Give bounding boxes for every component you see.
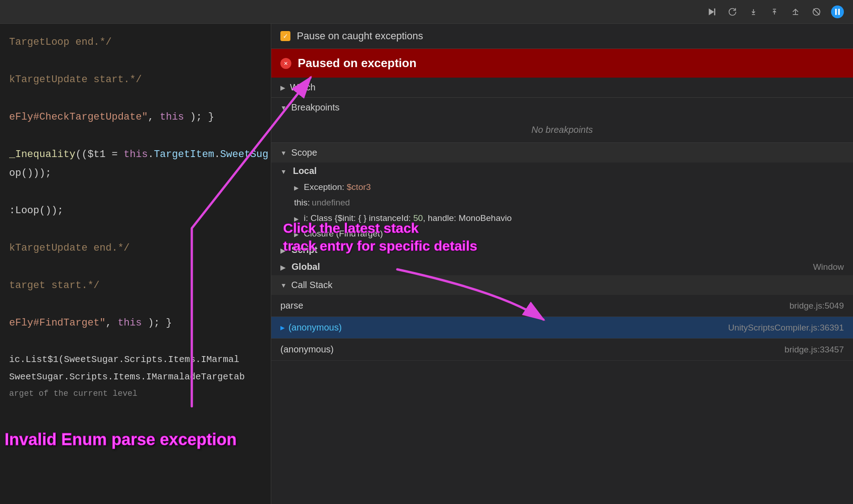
- global-group-header[interactable]: ▶ Global Window: [271, 258, 853, 275]
- anon2-loc: bridge.js:33457: [785, 345, 844, 355]
- watch-section: ▶ Watch: [271, 78, 853, 98]
- code-line-14: target start.*/: [0, 276, 271, 295]
- breakpoints-header[interactable]: ▼ Breakpoints: [271, 98, 853, 117]
- global-arrow: ▶: [280, 264, 285, 271]
- watch-header[interactable]: ▶ Watch: [271, 78, 853, 97]
- code-line-18: ic.List$1(SweetSugar.Scripts.Items.IMarm…: [0, 351, 271, 368]
- pause-checkbox[interactable]: [280, 31, 290, 41]
- scope-label: Scope: [291, 147, 317, 158]
- code-line-1: TargetLoop end.*/: [0, 33, 271, 52]
- parse-func: parse: [280, 300, 303, 311]
- code-line-7: _Inequality(($t1 = this.TargetItem.Sweet…: [0, 145, 271, 164]
- watch-arrow: ▶: [280, 84, 285, 91]
- code-line-4: [0, 89, 271, 108]
- invalid-enum-annotation: Invalid Enum parse exception: [5, 430, 237, 449]
- callstack-label: Call Stack: [291, 280, 332, 290]
- active-arrow-icon: ▶: [280, 323, 285, 332]
- local-group-header[interactable]: ▼ Local: [271, 163, 853, 179]
- global-label: Global: [292, 262, 320, 272]
- breakpoints-label: Breakpoints: [291, 102, 340, 113]
- parse-loc: bridge.js:5049: [790, 301, 844, 311]
- code-line-8: op()));: [0, 164, 271, 183]
- code-line-3: kTargetUpdate start.*/: [0, 70, 271, 89]
- global-right: Window: [813, 262, 844, 272]
- callstack-item-anon1[interactable]: ▶ (anonymous) UnityScriptsCompiler.js:36…: [271, 317, 853, 339]
- play-step-icon[interactable]: [705, 5, 718, 18]
- local-label: Local: [293, 166, 316, 176]
- reload-icon[interactable]: [726, 5, 739, 18]
- callstack-header[interactable]: ▼ Call Stack: [271, 275, 853, 295]
- class-item[interactable]: ▶ i: Class {$init: { } instanceId: 50, h…: [271, 210, 853, 226]
- local-arrow: ▼: [280, 168, 287, 175]
- callstack-item-parse[interactable]: parse bridge.js:5049: [271, 295, 853, 317]
- deactivate-breakpoints-icon[interactable]: [810, 5, 823, 18]
- breakpoints-section: ▼ Breakpoints No breakpoints: [271, 98, 853, 143]
- code-line-20: arget of the current level: [0, 386, 271, 402]
- code-line-10: :Loop());: [0, 201, 271, 220]
- code-panel: TargetLoop end.*/ kTargetUpdate start.*/…: [0, 24, 271, 504]
- code-line-16: eFly#FindTarget", this ); }: [0, 314, 271, 332]
- pause-icon[interactable]: [831, 5, 844, 18]
- pause-label: Pause on caught exceptions: [297, 30, 423, 42]
- paused-banner: ✕ Paused on exception: [271, 49, 853, 78]
- code-line-13: [0, 257, 271, 276]
- svg-line-8: [813, 9, 819, 15]
- scope-header[interactable]: ▼ Scope: [271, 143, 853, 163]
- anon1-func: (anonymous): [289, 322, 342, 333]
- script-group-header[interactable]: ▶ Script: [271, 242, 853, 258]
- callstack-section: ▼ Call Stack parse bridge.js:5049 ▶ (ano…: [271, 275, 853, 504]
- toolbar: [0, 0, 853, 24]
- no-breakpoints-text: No breakpoints: [271, 117, 853, 142]
- breakpoints-arrow: ▼: [280, 104, 287, 111]
- svg-rect-10: [838, 9, 840, 15]
- code-line-19: SweetSugar.Scripts.Items.IMarmaladeTarge…: [0, 368, 271, 386]
- continue-icon[interactable]: [789, 5, 802, 18]
- anon2-func: (anonymous): [280, 344, 334, 355]
- pause-row: Pause on caught exceptions: [271, 24, 853, 49]
- code-line-15: [0, 295, 271, 314]
- this-item: this:undefined: [271, 195, 853, 210]
- scope-section: ▼ Scope ▼ Local ▶ Exception: $ctor3 this…: [271, 143, 853, 275]
- debug-panel: Pause on caught exceptions ✕ Paused on e…: [271, 24, 853, 504]
- callstack-item-anon2[interactable]: (anonymous) bridge.js:33457: [271, 339, 853, 361]
- svg-rect-9: [835, 9, 837, 15]
- code-line-12: kTargetUpdate end.*/: [0, 239, 271, 257]
- scope-arrow: ▼: [280, 149, 287, 157]
- script-arrow: ▶: [280, 247, 285, 254]
- error-icon: ✕: [280, 58, 291, 69]
- exception-item[interactable]: ▶ Exception: $ctor3: [271, 179, 853, 195]
- step-into-icon[interactable]: [747, 5, 760, 18]
- script-label: Script: [292, 245, 318, 255]
- anon1-loc: UnityScriptsCompiler.js:36391: [728, 323, 844, 333]
- code-line-17: [0, 332, 271, 351]
- callstack-arrow-icon: ▼: [280, 282, 287, 289]
- code-line-6: [0, 126, 271, 145]
- scope-content: ▼ Local ▶ Exception: $ctor3 this:undefin…: [271, 163, 853, 275]
- code-line-9: [0, 183, 271, 201]
- code-line-11: [0, 220, 271, 239]
- toolbar-icons: [705, 5, 844, 18]
- paused-text: Paused on exception: [298, 56, 416, 70]
- closure-item[interactable]: ▶ Closure (FindTarget): [271, 226, 853, 242]
- code-line-5: eFly#CheckTargetUpdate", this ); }: [0, 108, 271, 126]
- svg-rect-1: [714, 8, 716, 15]
- watch-label: Watch: [290, 82, 316, 93]
- svg-marker-0: [709, 8, 714, 15]
- step-out-icon[interactable]: [768, 5, 781, 18]
- code-line-2: [0, 52, 271, 70]
